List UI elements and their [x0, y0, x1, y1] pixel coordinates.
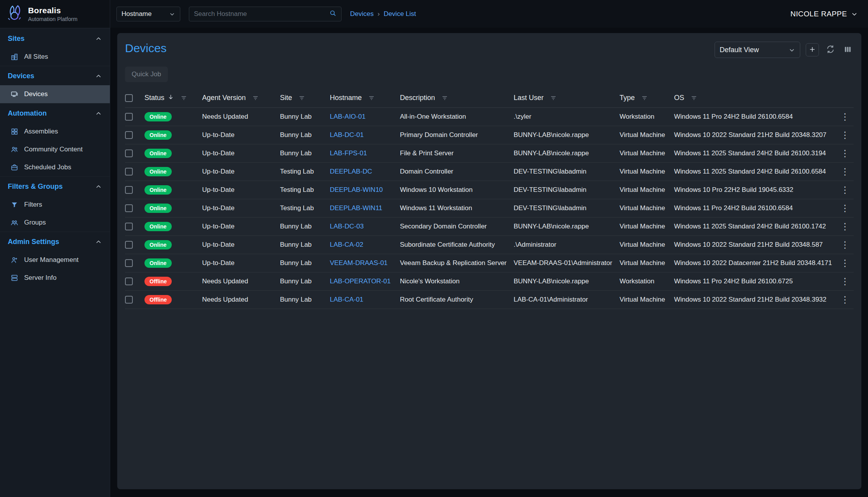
os-cell: Windows 11 Pro 24H2 Build 26100.6584	[674, 204, 836, 212]
sidebar-item-groups[interactable]: Groups	[0, 214, 110, 232]
row-menu-button[interactable]: ⋮	[838, 295, 852, 305]
os-cell: Windows 10 2022 Standard 21H2 Build 2034…	[674, 296, 836, 304]
sidebar-item-scheduled-jobs[interactable]: Scheduled Jobs	[0, 158, 110, 176]
sidebar-section-automation: Automation Assemblies Community Content …	[0, 103, 110, 176]
hostname-link[interactable]: LAB-FPS-01	[330, 149, 367, 157]
filter-icon[interactable]	[298, 95, 305, 102]
section-label: Filters & Groups	[8, 183, 63, 191]
row-checkbox[interactable]	[125, 241, 133, 249]
breadcrumb-device-list[interactable]: Device List	[384, 10, 416, 18]
row-menu-button[interactable]: ⋮	[838, 276, 852, 287]
column-header-last-user[interactable]: Last User	[514, 94, 620, 102]
filter-icon[interactable]	[180, 95, 187, 102]
sidebar-item-community-content[interactable]: Community Content	[0, 140, 110, 158]
type-cell: Virtual Machine	[620, 204, 674, 212]
row-menu-button[interactable]: ⋮	[838, 221, 852, 232]
table-row: Online Up-to-Date Testing Lab DEEPLAB-WI…	[125, 181, 854, 199]
filter-icon	[10, 201, 19, 209]
row-checkbox[interactable]	[125, 186, 133, 194]
panel-controls: Default View	[715, 42, 854, 58]
search-field-selector[interactable]: Hostname	[116, 7, 180, 21]
hostname-link[interactable]: LAB-CA-01	[330, 296, 363, 303]
table-header-row: Status Agent Version Site	[125, 88, 854, 108]
column-header-os[interactable]: OS	[674, 94, 836, 102]
hostname-link[interactable]: DEEPLAB-WIN10	[330, 186, 383, 193]
column-header-hostname[interactable]: Hostname	[330, 94, 400, 102]
view-selector[interactable]: Default View	[715, 42, 800, 58]
row-menu-button[interactable]: ⋮	[838, 148, 852, 159]
sidebar-item-assemblies[interactable]: Assemblies	[0, 123, 110, 140]
quick-job-button[interactable]: Quick Job	[125, 67, 168, 82]
hostname-link[interactable]: DEEPLAB-WIN11	[330, 204, 382, 212]
type-cell: Virtual Machine	[620, 296, 674, 304]
sidebar-item-server-info[interactable]: Server Info	[0, 269, 110, 287]
column-header-agent-version[interactable]: Agent Version	[202, 94, 280, 102]
filter-icon[interactable]	[368, 95, 375, 102]
row-checkbox[interactable]	[125, 223, 133, 230]
status-badge: Online	[144, 240, 172, 249]
add-view-button[interactable]	[806, 43, 819, 56]
type-cell: Workstation	[620, 277, 674, 285]
status-badge: Online	[144, 167, 172, 176]
refresh-button[interactable]	[824, 43, 836, 56]
hostname-link[interactable]: LAB-AIO-01	[330, 113, 366, 120]
row-checkbox[interactable]	[125, 149, 133, 157]
sidebar-item-label: Devices	[24, 90, 48, 98]
sidebar-item-label: Filters	[24, 201, 42, 209]
row-menu-button[interactable]: ⋮	[838, 112, 852, 122]
site-cell: Bunny Lab	[280, 241, 330, 249]
row-checkbox[interactable]	[125, 277, 133, 285]
kebab-icon: ⋮	[841, 203, 850, 213]
hostname-link[interactable]: LAB-OPERATOR-01	[330, 277, 391, 285]
column-header-type[interactable]: Type	[620, 94, 674, 102]
row-checkbox[interactable]	[125, 131, 133, 139]
sidebar-item-devices[interactable]: Devices	[0, 85, 110, 103]
row-checkbox[interactable]	[125, 168, 133, 176]
sidebar-section-header-admin-settings[interactable]: Admin Settings	[0, 232, 110, 251]
hostname-link[interactable]: LAB-DC-03	[330, 223, 364, 230]
kebab-icon: ⋮	[841, 240, 850, 250]
hostname-link[interactable]: LAB-CA-02	[330, 241, 363, 248]
search-input[interactable]	[194, 10, 329, 18]
select-all-checkbox[interactable]	[125, 94, 133, 102]
hostname-link[interactable]: VEEAM-DRAAS-01	[330, 259, 387, 267]
row-menu-button[interactable]: ⋮	[838, 185, 852, 195]
sidebar-section-header-automation[interactable]: Automation	[0, 104, 110, 123]
row-menu-button[interactable]: ⋮	[838, 203, 852, 214]
row-checkbox[interactable]	[125, 204, 133, 212]
sidebar-section-header-filters-groups[interactable]: Filters & Groups	[0, 177, 110, 196]
kebab-icon: ⋮	[841, 167, 850, 177]
table-row: Offline Needs Updated Bunny Lab LAB-OPER…	[125, 272, 854, 291]
sidebar-item-all-sites[interactable]: All Sites	[0, 48, 110, 66]
column-header-description[interactable]: Description	[400, 94, 514, 102]
column-header-site[interactable]: Site	[280, 94, 330, 102]
sidebar: Borealis Automation Platform Sites All S…	[0, 0, 110, 497]
search-icon[interactable]	[329, 9, 336, 18]
filter-icon[interactable]	[252, 95, 259, 102]
agent-version-cell: Up-to-Date	[202, 259, 280, 267]
hostname-link[interactable]: LAB-DC-01	[330, 131, 364, 139]
row-checkbox[interactable]	[125, 259, 133, 267]
hostname-link[interactable]: DEEPLAB-DC	[330, 168, 372, 175]
site-cell: Bunny Lab	[280, 149, 330, 157]
site-cell: Bunny Lab	[280, 277, 330, 285]
user-menu[interactable]: NICOLE RAPPE	[791, 10, 858, 18]
sidebar-item-filters[interactable]: Filters	[0, 196, 110, 214]
filter-icon[interactable]	[641, 95, 648, 102]
breadcrumb-devices[interactable]: Devices	[350, 10, 373, 18]
row-checkbox[interactable]	[125, 113, 133, 121]
row-checkbox[interactable]	[125, 296, 133, 304]
sidebar-section-header-devices[interactable]: Devices	[0, 66, 110, 85]
sidebar-section-header-sites[interactable]: Sites	[0, 29, 110, 48]
user-name: NICOLE RAPPE	[791, 10, 847, 18]
column-header-status[interactable]: Status	[144, 94, 202, 102]
row-menu-button[interactable]: ⋮	[838, 130, 852, 140]
filter-icon[interactable]	[441, 95, 448, 102]
row-menu-button[interactable]: ⋮	[838, 167, 852, 177]
filter-icon[interactable]	[550, 95, 557, 102]
row-menu-button[interactable]: ⋮	[838, 240, 852, 250]
row-menu-button[interactable]: ⋮	[838, 258, 852, 269]
sidebar-item-user-management[interactable]: User Management	[0, 251, 110, 269]
columns-button[interactable]	[842, 44, 854, 56]
filter-icon[interactable]	[690, 95, 697, 102]
